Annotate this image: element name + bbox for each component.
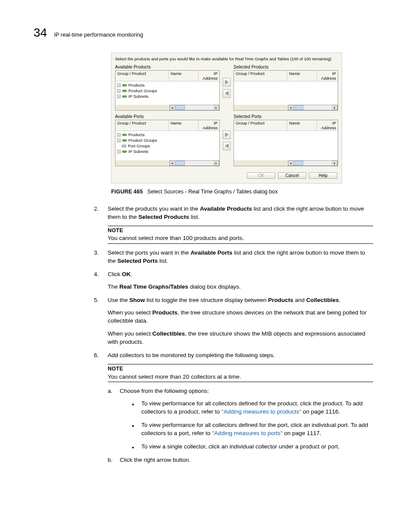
h-scrollbar[interactable]: ◂ ▸ xyxy=(115,105,219,110)
folder-icon xyxy=(122,133,127,137)
bullet-list: To view performance for all collectors d… xyxy=(132,400,373,451)
svg-point-1 xyxy=(122,90,127,92)
scroll-left-icon[interactable]: ◂ xyxy=(170,161,175,165)
h-scrollbar[interactable]: ◂ ▸ xyxy=(234,105,338,110)
available-ports-table[interactable]: Group / Product Name IP Address + Produc… xyxy=(115,120,220,166)
h-scrollbar[interactable]: ◂ ▸ xyxy=(115,160,219,166)
scroll-thumb[interactable] xyxy=(294,161,303,165)
col-header-group[interactable]: Group / Product xyxy=(115,71,169,81)
selected-products-title: Selected Products xyxy=(234,65,338,69)
sub-steps: a. Choose from the following options: To… xyxy=(108,387,373,464)
note-block: NOTE You cannot select more than 100 pro… xyxy=(108,226,373,244)
folder-icon xyxy=(122,138,127,143)
scroll-thumb[interactable] xyxy=(175,161,185,165)
cancel-button[interactable]: Cancel xyxy=(278,172,306,179)
col-header-ip[interactable]: IP Address xyxy=(317,71,338,81)
move-left-button[interactable] xyxy=(223,142,230,150)
svg-marker-12 xyxy=(225,144,228,148)
select-sources-dialog: Select the products and ports you would … xyxy=(111,53,342,184)
tree-label: Port Groups xyxy=(128,143,150,149)
expand-icon[interactable]: + xyxy=(117,133,121,137)
selected-products-table[interactable]: Group / Product Name IP Address ◂ xyxy=(234,70,338,111)
svg-marker-3 xyxy=(225,80,228,84)
move-left-button[interactable] xyxy=(223,89,230,98)
col-header-group[interactable]: Group / Product xyxy=(234,120,287,131)
col-header-name[interactable]: Name xyxy=(169,120,199,131)
sub-step-marker: b. xyxy=(108,456,112,464)
link-adding-products[interactable]: "Adding measures to products" xyxy=(221,408,301,415)
expand-icon[interactable]: + xyxy=(117,89,121,93)
folder-icon xyxy=(122,94,127,99)
list-item[interactable]: + Product Groups xyxy=(117,88,218,93)
figure-number: FIGURE 465 xyxy=(111,189,143,195)
scroll-right-icon[interactable]: ▸ xyxy=(214,105,219,110)
expand-icon[interactable]: + xyxy=(117,95,121,98)
scroll-left-icon[interactable]: ◂ xyxy=(288,161,293,165)
note-label: NOTE xyxy=(108,365,373,373)
step-3: Select the ports you want in the Availab… xyxy=(94,249,373,265)
available-products-panel: Available Products Group / Product Name … xyxy=(115,65,220,111)
bullet-item: To view performance for all collectors d… xyxy=(132,421,373,438)
list-item[interactable]: + IP Subnets xyxy=(117,93,218,99)
tree-label: IP Subnets xyxy=(128,93,148,99)
tree-label: Products xyxy=(128,132,145,137)
scroll-thumb[interactable] xyxy=(175,105,185,110)
tree-label: Product Groups xyxy=(128,88,157,93)
table-header-row: Group / Product Name IP Address xyxy=(115,71,219,81)
h-scrollbar[interactable]: ◂ ▸ xyxy=(234,160,338,166)
list-item[interactable]: + IP Subnets xyxy=(117,149,218,154)
col-header-ip[interactable]: IP Address xyxy=(199,71,219,81)
figure-caption: FIGURE 465 Select Sources - Real Time Gr… xyxy=(111,189,377,195)
list-item[interactable]: Port Groups xyxy=(121,143,218,149)
svg-rect-7 xyxy=(122,145,126,147)
table-header-row: Group / Product Name IP Address xyxy=(115,120,219,131)
available-ports-title: Available Ports xyxy=(115,114,220,119)
available-products-title: Available Products xyxy=(115,65,220,69)
ok-button[interactable]: OK xyxy=(247,172,275,179)
col-header-group[interactable]: Group / Product xyxy=(115,120,169,131)
move-right-button[interactable] xyxy=(223,131,230,139)
svg-rect-9 xyxy=(125,146,125,146)
col-header-ip[interactable]: IP Address xyxy=(317,120,338,131)
available-products-table[interactable]: Group / Product Name IP Address + Produc… xyxy=(115,70,220,111)
step-5-paragraph-2: When you select Collectibles, the tree s… xyxy=(108,330,373,346)
expand-icon[interactable]: + xyxy=(117,84,121,87)
scroll-left-icon[interactable]: ◂ xyxy=(288,105,293,110)
selected-ports-panel: Selected Ports Group / Product Name IP A… xyxy=(234,114,338,166)
svg-point-6 xyxy=(122,139,127,141)
col-header-ip[interactable]: IP Address xyxy=(199,120,219,131)
tree-label: Products xyxy=(128,82,145,88)
sub-step-b: b. Click the right arrow button. xyxy=(108,456,373,464)
figure-dialog: Select the products and ports you would … xyxy=(111,53,377,184)
svg-marker-11 xyxy=(225,133,228,137)
col-header-group[interactable]: Group / Product xyxy=(234,71,287,81)
list-item[interactable]: + Product Groups xyxy=(117,137,218,143)
expand-icon[interactable]: + xyxy=(117,150,121,153)
note-text: You cannot select more than 100 products… xyxy=(108,234,373,243)
table-header-row: Group / Product Name IP Address xyxy=(234,120,338,131)
col-header-name[interactable]: Name xyxy=(287,71,317,81)
list-item[interactable]: + Products xyxy=(117,82,218,88)
page: 34 IP real-time performance monitoring S… xyxy=(0,0,411,532)
help-button[interactable]: Help xyxy=(309,172,337,179)
page-title: IP real-time performance monitoring xyxy=(54,31,143,38)
col-header-name[interactable]: Name xyxy=(169,71,199,81)
scroll-thumb[interactable] xyxy=(294,105,303,110)
col-header-name[interactable]: Name xyxy=(287,120,317,131)
scroll-right-icon[interactable]: ▸ xyxy=(214,161,219,165)
svg-point-10 xyxy=(122,150,127,152)
scroll-right-icon[interactable]: ▸ xyxy=(332,161,337,165)
expand-icon[interactable]: + xyxy=(117,139,121,142)
port-icon xyxy=(121,144,127,148)
scroll-left-icon[interactable]: ◂ xyxy=(170,105,175,110)
steps-list: Select the products you want in the Avai… xyxy=(94,205,373,464)
tree-label: IP Subnets xyxy=(128,149,148,154)
transfer-buttons xyxy=(222,65,231,111)
move-right-button[interactable] xyxy=(223,78,230,87)
scroll-right-icon[interactable]: ▸ xyxy=(332,105,337,110)
link-adding-ports[interactable]: "Adding measures to ports" xyxy=(212,430,282,436)
svg-point-2 xyxy=(122,95,127,97)
selected-products-panel: Selected Products Group / Product Name I… xyxy=(234,65,338,111)
list-item[interactable]: + Products xyxy=(117,132,218,137)
selected-ports-table[interactable]: Group / Product Name IP Address ◂ xyxy=(234,120,338,166)
